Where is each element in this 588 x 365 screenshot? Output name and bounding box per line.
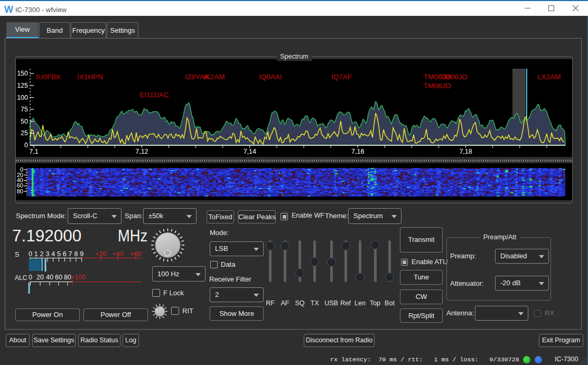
svg-text:25: 25 <box>21 129 28 137</box>
svg-text:LX2AM: LX2AM <box>537 73 561 81</box>
svg-text:7,12: 7,12 <box>135 148 148 155</box>
svg-text:20: 20 <box>36 274 44 281</box>
svg-text:100: 100 <box>17 94 28 101</box>
svg-text:8: 8 <box>74 250 78 258</box>
svg-text:IU0FBK: IU0FBK <box>36 73 61 81</box>
svg-text:EI111IAC: EI111IAC <box>139 91 169 99</box>
svg-text:2: 2 <box>40 250 44 258</box>
svg-text:TM06JO: TM06JO <box>440 73 468 81</box>
svg-text:IK2AM: IK2AM <box>203 73 225 81</box>
svg-text:0: 0 <box>29 250 32 258</box>
svg-text:40: 40 <box>46 274 53 281</box>
svg-text:7,1: 7,1 <box>29 148 38 155</box>
svg-text:0: 0 <box>24 142 28 149</box>
svg-text:7,14: 7,14 <box>244 148 256 155</box>
svg-text:ALC: ALC <box>15 274 27 282</box>
svg-text:7,18: 7,18 <box>459 148 472 155</box>
svg-text:150: 150 <box>17 70 28 77</box>
svg-text:IQ0AAI: IQ0AAI <box>259 73 282 81</box>
svg-text:4: 4 <box>51 250 55 258</box>
svg-text:125: 125 <box>17 82 28 89</box>
svg-text:50: 50 <box>21 118 28 125</box>
svg-text:S: S <box>15 251 19 258</box>
svg-text:IX1HPN: IX1HPN <box>77 73 103 81</box>
svg-text:7: 7 <box>69 250 72 258</box>
svg-text:60: 60 <box>55 274 62 281</box>
svg-text:9: 9 <box>80 250 83 258</box>
svg-text:+100: +100 <box>71 274 86 281</box>
svg-text:7,16: 7,16 <box>351 148 364 155</box>
svg-text:75: 75 <box>21 106 28 113</box>
svg-text:80: 80 <box>17 188 23 194</box>
svg-text:3: 3 <box>45 250 49 258</box>
svg-text:80: 80 <box>64 274 71 281</box>
svg-text:6: 6 <box>63 250 67 258</box>
svg-text:5: 5 <box>57 250 61 258</box>
svg-text:TM06JO: TM06JO <box>424 82 451 90</box>
svg-text:1: 1 <box>34 250 38 258</box>
svg-text:IQ7AF: IQ7AF <box>331 73 352 81</box>
svg-text:0: 0 <box>29 274 32 281</box>
